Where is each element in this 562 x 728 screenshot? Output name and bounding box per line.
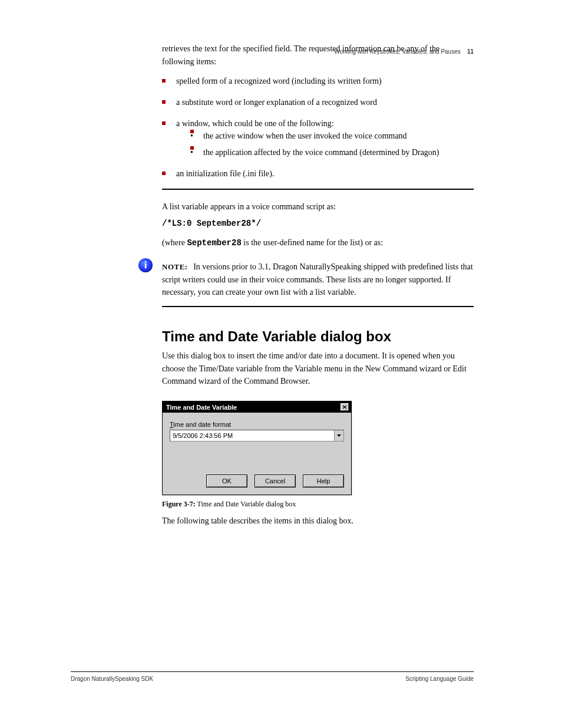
help-button[interactable]: Help: [303, 475, 344, 487]
sub-list: the active window when the user invoked …: [190, 130, 474, 159]
section-heading: Time and Date Variable dialog box: [162, 328, 474, 345]
list-item: a window, which could be one of the foll…: [162, 117, 474, 159]
svg-marker-2: [337, 434, 341, 437]
footer-left: Dragon NaturallySpeaking SDK: [71, 676, 153, 682]
list-item: spelled form of a recognized word (inclu…: [162, 75, 474, 88]
runner-text: Working with Keystrokes, Variables, and …: [335, 48, 461, 55]
ok-button[interactable]: OK: [206, 475, 247, 487]
list-item-text: a window, which could be one of the foll…: [176, 119, 334, 128]
list-variable-para-2: (where September28 is the user-defined n…: [162, 236, 474, 250]
divider: [162, 306, 474, 307]
figure-caption: Figure 3-7: Time and Date Variable dialo…: [162, 500, 474, 509]
list-variable-intro: A list variable appears in a voice comma…: [162, 200, 474, 213]
intro-paragraph: retrieves the text for the specified fie…: [162, 42, 474, 68]
info-icon: i: [138, 258, 153, 272]
section-paragraph: Use this dialog box to insert the time a…: [162, 350, 474, 388]
close-icon: [342, 405, 347, 409]
running-header: Working with Keystrokes, Variables, and …: [335, 48, 474, 55]
dialog-titlebar: Time and Date Variable: [163, 401, 351, 413]
label-rest: ime and date format: [173, 421, 231, 428]
close-button[interactable]: [340, 403, 349, 411]
inline-code: September28: [187, 238, 241, 248]
page-footer: Dragon NaturallySpeaking SDK Scripting L…: [71, 671, 474, 682]
footer-right: Scripting Language Guide: [405, 676, 474, 682]
caption-label: Figure 3-7:: [162, 500, 196, 508]
format-combobox[interactable]: [170, 430, 344, 442]
sub-list-item: the active window when the user invoked …: [190, 130, 474, 143]
note-body: In versions prior to 3.1, Dragon Natural…: [162, 262, 473, 297]
time-date-dialog: Time and Date Variable Time and date for…: [162, 401, 352, 495]
cancel-button[interactable]: Cancel: [254, 475, 296, 487]
format-input[interactable]: [170, 430, 334, 441]
list-item: an initialization file (.ini file).: [162, 167, 474, 180]
feature-list: spelled form of a recognized word (inclu…: [162, 75, 474, 180]
dialog-title: Time and Date Variable: [166, 404, 237, 411]
code-sample-1: /*LS:0 September28*/: [162, 219, 474, 228]
figure: Time and Date Variable Time and date for…: [162, 401, 474, 509]
divider: [162, 189, 474, 190]
caption-text: Time and Date Variable dialog box: [197, 500, 296, 508]
text-after: is the user-defined name for the list) o…: [242, 238, 383, 247]
format-field-label: Time and date format: [170, 421, 344, 428]
following-paragraph: The following table describes the items …: [162, 515, 474, 528]
page-number: 11: [467, 48, 474, 55]
note-label: NOTE:: [162, 262, 188, 271]
sub-list-item: the application affected by the voice co…: [190, 146, 474, 159]
list-item: a substitute word or longer explanation …: [162, 96, 474, 109]
chevron-down-icon: [337, 434, 341, 437]
dropdown-button[interactable]: [334, 430, 343, 441]
note-block: i NOTE: In versions prior to 3.1, Dragon…: [162, 261, 474, 299]
text-before: (where: [162, 238, 187, 247]
